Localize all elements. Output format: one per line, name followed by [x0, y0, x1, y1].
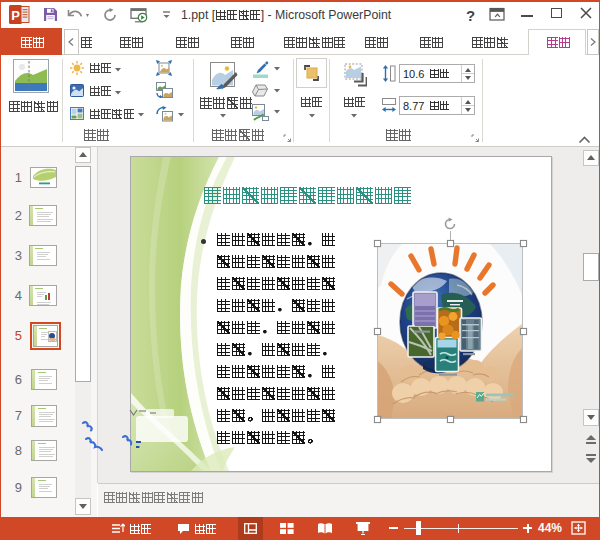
svg-text:P: P — [11, 8, 20, 23]
